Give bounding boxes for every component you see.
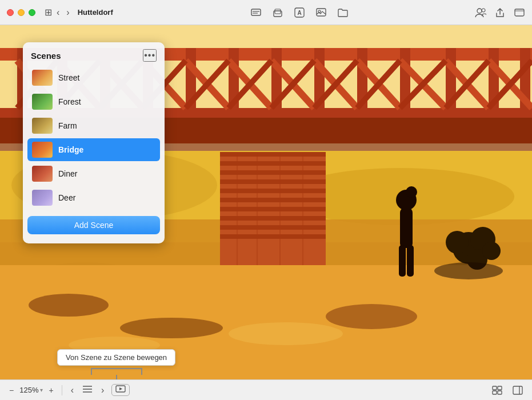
scene-next-button[interactable]: › [98, 384, 107, 397]
toolbar-tools: A [125, 7, 475, 18]
tooltip-bracket [91, 368, 142, 375]
forward-button[interactable]: › [64, 6, 71, 19]
scene-name-forest: Forest [58, 97, 81, 106]
svg-rect-0 [251, 9, 261, 15]
back-button[interactable]: ‹ [54, 6, 62, 19]
svg-rect-106 [513, 386, 522, 394]
svg-point-8 [318, 10, 321, 13]
maximize-button[interactable] [29, 9, 35, 16]
svg-rect-88 [407, 245, 414, 277]
fullscreen-icon[interactable] [514, 7, 525, 18]
scene-item-street[interactable]: Street [27, 66, 160, 89]
svg-rect-84 [400, 208, 413, 248]
scenes-header: Scenes ••• [23, 42, 165, 66]
sidebar-toggle-button[interactable]: ⊞ [42, 6, 54, 19]
scenes-list: StreetForestFarmBridgeDinerDeer [23, 66, 165, 209]
titlebar: ⊞ ‹ › Hutteldorf A [0, 0, 532, 25]
navigation-buttons: ‹ › [54, 6, 72, 19]
folder-icon[interactable] [337, 7, 349, 18]
tooltip-area: Von Szene zu Szene bewegen [57, 349, 175, 379]
zoom-in-button[interactable]: + [46, 385, 55, 396]
scene-name-farm: Farm [58, 121, 77, 130]
zoom-level-text: 125% [19, 386, 38, 394]
present-button[interactable] [111, 384, 130, 396]
scene-prev-button[interactable]: ‹ [68, 384, 77, 397]
scene-thumb-street [32, 70, 53, 86]
svg-point-93 [482, 242, 501, 260]
svg-point-86 [406, 186, 417, 198]
scene-name-diner: Diner [58, 169, 77, 178]
zoom-out-button[interactable]: − [7, 385, 16, 396]
scene-list-button[interactable] [80, 384, 95, 396]
svg-rect-87 [399, 245, 406, 277]
bottom-toolbar: − 125% ▾ + ‹ › [0, 379, 532, 400]
tooltip-text: Von Szene zu Szene bewegen [66, 353, 167, 362]
close-button[interactable] [7, 9, 14, 16]
svg-point-91 [446, 231, 469, 254]
svg-rect-66 [220, 170, 326, 175]
subtitles-icon[interactable] [250, 7, 262, 18]
present-icon [115, 385, 126, 393]
svg-rect-68 [220, 189, 326, 193]
document-title: Hutteldorf [78, 8, 113, 17]
svg-point-10 [482, 9, 485, 12]
svg-rect-65 [220, 161, 326, 166]
scene-thumb-bridge [32, 142, 53, 158]
svg-point-83 [326, 304, 417, 329]
svg-marker-101 [119, 387, 122, 390]
view-options-icon [492, 386, 502, 395]
scene-item-forest[interactable]: Forest [27, 90, 160, 113]
toolbar-divider-1 [62, 385, 62, 395]
svg-rect-102 [493, 386, 497, 390]
svg-rect-4 [275, 9, 281, 14]
svg-point-81 [29, 294, 109, 317]
minimize-button[interactable] [18, 9, 25, 16]
svg-point-95 [229, 322, 343, 345]
svg-rect-72 [220, 225, 326, 230]
svg-rect-79 [326, 219, 532, 265]
toolbar-left: − 125% ▾ + ‹ › [7, 384, 130, 397]
scene-name-bridge: Bridge [58, 145, 83, 154]
add-scene-button[interactable]: Add Scene [27, 216, 160, 234]
tooltip-box: Von Szene zu Szene bewegen [57, 349, 175, 366]
scene-item-bridge[interactable]: Bridge [27, 138, 160, 161]
collab-icon[interactable] [475, 7, 486, 18]
scenes-panel-title: Scenes [31, 51, 61, 61]
scene-item-diner[interactable]: Diner [27, 162, 160, 185]
scene-thumb-diner [32, 166, 53, 182]
list-icon [83, 385, 92, 393]
sidebar-toggle-right-button[interactable] [510, 385, 525, 396]
svg-rect-67 [220, 179, 326, 184]
scene-item-farm[interactable]: Farm [27, 114, 160, 137]
svg-text:A: A [298, 10, 302, 16]
scene-thumb-farm [32, 118, 53, 134]
titlebar-right-tools [475, 7, 525, 18]
layers-icon[interactable] [272, 7, 283, 18]
scenes-more-button[interactable]: ••• [143, 49, 157, 62]
zoom-chevron-icon: ▾ [40, 387, 43, 393]
svg-point-82 [120, 318, 223, 338]
scenes-panel: Scenes ••• StreetForestFarmBridgeDinerDe… [23, 42, 165, 243]
svg-rect-7 [317, 9, 326, 16]
scene-thumb-deer [32, 190, 53, 206]
svg-point-9 [477, 9, 482, 13]
svg-rect-105 [498, 391, 502, 394]
scene-item-deer[interactable]: Deer [27, 186, 160, 209]
svg-rect-73 [220, 234, 326, 239]
scene-thumb-forest [32, 94, 53, 110]
scene-name-deer: Deer [58, 193, 75, 202]
svg-rect-11 [515, 9, 524, 16]
svg-rect-70 [220, 207, 326, 211]
traffic-lights [7, 9, 35, 16]
scene-name-street: Street [58, 73, 79, 82]
svg-rect-104 [493, 391, 497, 394]
view-options-button[interactable] [490, 385, 505, 396]
text-icon[interactable]: A [294, 7, 305, 18]
share-icon[interactable] [494, 7, 506, 18]
tooltip-line [116, 375, 117, 379]
media-icon[interactable] [315, 7, 327, 18]
main-canvas-area: Scenes ••• StreetForestFarmBridgeDinerDe… [0, 25, 532, 379]
svg-rect-71 [220, 216, 326, 221]
zoom-level-display[interactable]: 125% ▾ [19, 386, 43, 394]
svg-rect-64 [220, 152, 326, 157]
